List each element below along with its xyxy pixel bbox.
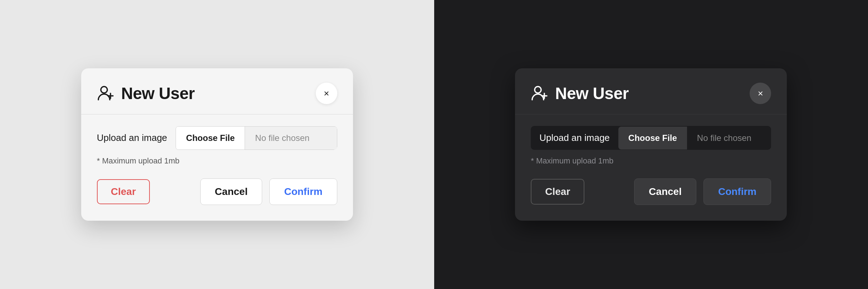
modal-title-dark: New User — [555, 84, 629, 103]
upload-row-dark: Upload an image Choose File No file chos… — [531, 126, 771, 150]
modal-footer-light: Clear Cancel Confirm — [97, 178, 337, 205]
upload-row-light: Upload an image Choose File No file chos… — [97, 126, 337, 150]
user-add-icon-light — [97, 84, 116, 103]
header-left-dark: New User — [531, 84, 629, 103]
modal-header-light: New User × — [97, 83, 337, 104]
modal-title-light: New User — [121, 84, 195, 103]
svg-point-3 — [535, 87, 541, 93]
header-left-light: New User — [97, 84, 195, 103]
confirm-button-light[interactable]: Confirm — [269, 178, 337, 205]
clear-button-dark[interactable]: Clear — [531, 179, 584, 205]
cancel-button-dark[interactable]: Cancel — [634, 178, 696, 205]
close-button-light[interactable]: × — [316, 83, 337, 104]
dark-panel: New User × Upload an image Choose File N… — [434, 0, 868, 289]
divider-dark — [515, 114, 787, 114]
user-add-icon-dark — [531, 84, 549, 103]
close-button-dark[interactable]: × — [750, 83, 771, 104]
dark-modal: New User × Upload an image Choose File N… — [515, 68, 787, 221]
cancel-button-light[interactable]: Cancel — [200, 178, 263, 205]
upload-label-dark: Upload an image — [531, 126, 618, 150]
modal-footer-dark: Clear Cancel Confirm — [531, 178, 771, 205]
no-file-text-dark: No file chosen — [687, 127, 771, 150]
max-upload-note-light: * Maximum upload 1mb — [97, 156, 337, 166]
choose-file-button-light[interactable]: Choose File — [176, 127, 245, 150]
confirm-button-dark[interactable]: Confirm — [703, 178, 771, 205]
divider-light — [81, 114, 353, 114]
clear-button-light[interactable]: Clear — [97, 179, 150, 204]
upload-label-light: Upload an image — [97, 126, 176, 150]
modal-header-dark: New User × — [531, 83, 771, 104]
file-input-wrapper-dark: Choose File No file chosen — [618, 127, 771, 150]
file-input-wrapper-light: Choose File No file chosen — [176, 126, 337, 150]
max-upload-note-dark: * Maximum upload 1mb — [531, 156, 771, 166]
choose-file-button-dark[interactable]: Choose File — [618, 127, 687, 150]
svg-point-0 — [101, 87, 107, 93]
light-panel: New User × Upload an image Choose File N… — [0, 0, 434, 289]
no-file-text-light: No file chosen — [245, 127, 337, 150]
light-modal: New User × Upload an image Choose File N… — [81, 68, 353, 221]
